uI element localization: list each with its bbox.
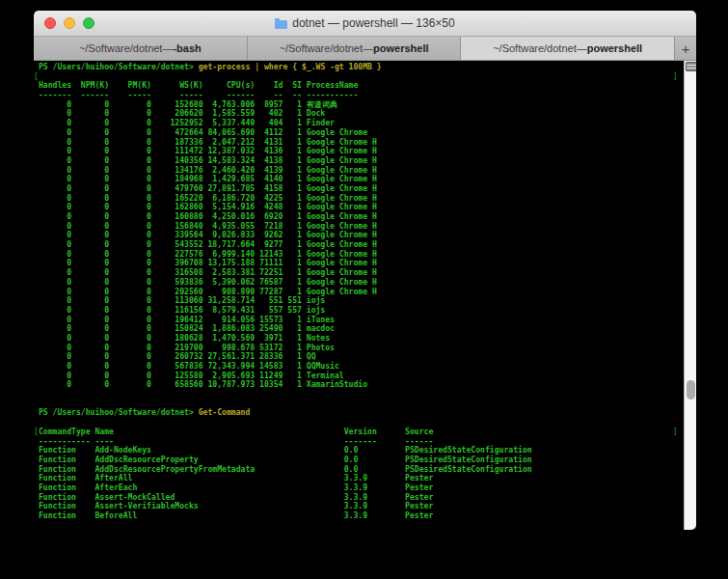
- tab-process: powershell: [373, 42, 428, 54]
- shell-prompt: PS /Users/huihoo/Software/dotnet>: [39, 407, 194, 417]
- tab-separator: —: [162, 42, 173, 54]
- zoom-button[interactable]: [83, 17, 94, 29]
- shell-command: Get-Command: [199, 407, 251, 417]
- tab-powershell-2-active[interactable]: ~/Software/dotnet — powershell: [461, 37, 675, 60]
- tab-process: powershell: [587, 42, 642, 54]
- tab-path: ~/Software/dotnet: [79, 42, 163, 54]
- terminal-line: 0 0 0 658560 10,787.973 10354 1 XamarinS…: [39, 380, 696, 390]
- tab-powershell-1[interactable]: ~/Software/dotnet — powershell: [248, 37, 462, 60]
- terminal-line: Function BeforeAll 3.3.9 Pester: [39, 511, 696, 521]
- title-area: dotnet — powershell — 136×50: [34, 11, 696, 36]
- tab-process: -bash: [173, 42, 201, 54]
- scrollbar[interactable]: [684, 61, 696, 530]
- tab-bash[interactable]: ~/Software/dotnet — -bash: [34, 37, 248, 60]
- tab-separator: —: [577, 42, 587, 54]
- tab-path: ~/Software/dotnet: [280, 42, 364, 54]
- window-title: dotnet — powershell — 136×50: [292, 16, 454, 30]
- folder-icon: [275, 20, 287, 29]
- terminal-window: dotnet — powershell — 136×50 ~/Software/…: [34, 11, 696, 530]
- close-button[interactable]: [44, 17, 56, 29]
- terminal-output: PS /Users/huihoo/Software/dotnet> get-pr…: [34, 61, 696, 530]
- minimize-button[interactable]: [64, 17, 75, 29]
- scrollbar-thumb[interactable]: [687, 380, 695, 400]
- split-pane-icon[interactable]: [686, 62, 696, 71]
- window-titlebar[interactable]: dotnet — powershell — 136×50: [34, 11, 696, 37]
- tab-bar: ~/Software/dotnet — -bash ~/Software/dot…: [34, 37, 696, 61]
- shell-prompt: PS /Users/huihoo/Software/dotnet>: [39, 62, 194, 71]
- tab-path: ~/Software/dotnet: [493, 42, 577, 54]
- traffic-lights: [44, 17, 94, 29]
- desktop-background: dotnet — powershell — 136×50 ~/Software/…: [0, 0, 728, 579]
- terminal-content[interactable]: PS /Users/huihoo/Software/dotnet> get-pr…: [34, 61, 696, 530]
- new-tab-button[interactable]: +: [675, 37, 696, 60]
- shell-command: get-process | where { $_.WS -gt 100MB }: [199, 62, 382, 71]
- tab-separator: —: [363, 42, 373, 54]
- terminal-line: [39, 390, 696, 400]
- terminal-line: PS /Users/huihoo/Software/dotnet> Get-Co…: [39, 408, 696, 418]
- terminal-line: [39, 521, 696, 530]
